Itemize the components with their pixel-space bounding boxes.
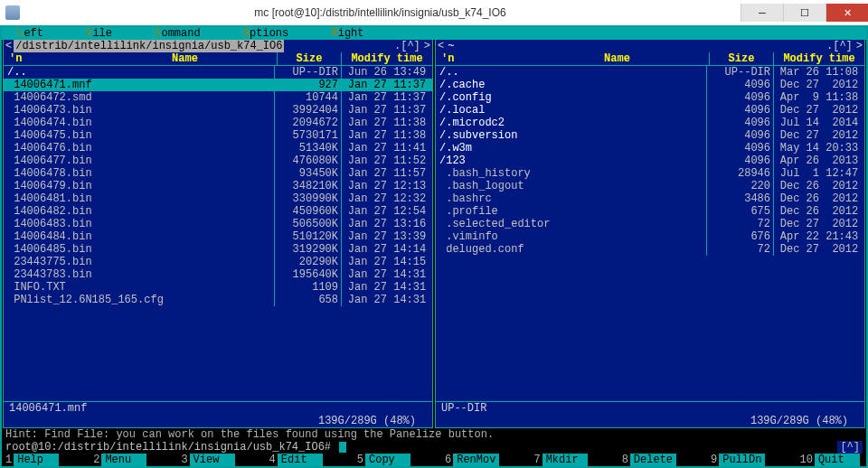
file-row[interactable]: 14006475.bin5730171Jan 27 11:38 [4,129,432,142]
file-size: 4096 [707,79,774,91]
file-size: 195640K [275,268,342,281]
left-sort-indicator[interactable]: .[^] [394,40,422,52]
right-panel[interactable]: < ~ .[^] > 'n Name Size Modify time /..U… [435,40,865,428]
file-row[interactable]: 14006484.bin510120KJan 27 13:39 [4,230,432,243]
menu-file[interactable]: File [74,27,118,40]
menu-left[interactable]: Left [5,27,49,40]
right-arrow-icon[interactable]: > [422,40,432,52]
fkey-2[interactable]: 2Menu [90,454,177,466]
file-row[interactable]: .viminfo676Apr 22 21:43 [436,230,864,243]
fkey-4[interactable]: 4Edit [266,454,354,466]
file-row[interactable]: 14006473.bin3992404Jan 27 11:37 [4,104,432,117]
function-keys-bar[interactable]: 1Help2Menu3View4Edit5Copy6RenMov7Mkdir8D… [2,454,866,466]
file-name: /.subversion [436,129,707,142]
file-name: 14006478.bin [4,167,275,180]
fkey-label: View [190,454,235,466]
file-row[interactable]: PNlist_12.6N185_165.cfg658Jan 27 14:31 [4,294,432,306]
fkey-label: Mkdir [542,454,588,466]
file-row[interactable]: .profile675Dec 26 2012 [436,205,864,218]
file-name: 14006477.bin [4,154,275,167]
file-row[interactable]: /.w3m4096May 14 20:33 [436,142,864,154]
prompt-up-indicator[interactable]: [^] [837,441,863,454]
file-row[interactable]: 23443775.bin20290KJan 27 14:15 [4,256,432,268]
file-mtime: Dec 27 2012 [774,104,864,117]
file-row[interactable]: 14006479.bin348210KJan 27 12:13 [4,180,432,192]
panels: < /distrib/intellilink/insignia/usb_k74_… [2,40,866,428]
file-row[interactable]: /.subversion4096Dec 27 2012 [436,129,864,142]
close-button[interactable]: ✕ [826,4,868,22]
right-arrow-icon[interactable]: > [854,40,864,52]
fkey-10[interactable]: 10Quit [796,454,859,466]
file-row[interactable]: 14006474.bin2094672Jan 27 11:38 [4,117,432,129]
file-name: /.. [436,66,707,79]
right-file-list[interactable]: /..UP--DIRMar 26 11:08/.cache4096Dec 27 … [436,66,864,401]
file-row[interactable]: /.config4096Apr 9 11:38 [436,91,864,104]
left-panel[interactable]: < /distrib/intellilink/insignia/usb_k74_… [3,40,433,428]
minimize-button[interactable]: ─ [741,4,783,22]
file-mtime: Jan 27 13:16 [342,218,432,230]
right-sort-indicator[interactable]: .[^] [826,40,854,52]
titlebar[interactable]: mc [root@10]:/distrib/intellilink/insign… [0,0,868,26]
fkey-num: 5 [354,454,365,466]
file-mtime: Jan 27 11:38 [342,129,432,142]
file-row[interactable]: 23443783.bin195640KJan 27 14:31 [4,268,432,281]
file-mtime: Jul 14 2014 [774,117,864,129]
menu-options[interactable]: Options [231,27,295,40]
fkey-8[interactable]: 8Delete [618,454,707,466]
file-row[interactable]: /..UP--DIRMar 26 11:08 [436,66,864,79]
mc-menubar[interactable]: Left File Command Options Right [2,27,866,40]
file-row[interactable]: /.cache4096Dec 27 2012 [436,79,864,91]
file-name: 14006479.bin [4,180,275,192]
app-window: mc [root@10]:/distrib/intellilink/insign… [0,0,868,468]
menu-right[interactable]: Right [319,27,369,40]
fkey-5[interactable]: 5Copy [354,454,441,466]
file-row[interactable]: /..UP--DIRJun 26 13:49 [4,66,432,79]
file-size: 4096 [707,129,774,142]
file-mtime: Dec 27 2012 [774,79,864,91]
file-row[interactable]: 14006482.bin450960KJan 27 12:54 [4,205,432,218]
file-name: .profile [436,205,707,218]
file-row[interactable]: 14006483.bin506500KJan 27 13:16 [4,218,432,230]
fkey-9[interactable]: 9PullDn [707,454,796,466]
fkey-7[interactable]: 7Mkdir [530,454,618,466]
file-mtime: Jan 27 13:39 [342,230,432,243]
left-path[interactable]: /distrib/intellilink/insignia/usb_k74_IO… [14,40,284,52]
fkey-6[interactable]: 6RenMov [441,454,530,466]
file-row[interactable]: /.microdc24096Jul 14 2014 [436,117,864,129]
fkey-3[interactable]: 3View [177,454,265,466]
file-size: 506500K [275,218,342,230]
file-row[interactable]: /.local4096Dec 27 2012 [436,104,864,117]
file-row[interactable]: .bash_logout220Dec 26 2012 [436,180,864,192]
file-name: .selected_editor [436,218,707,230]
file-row[interactable]: INFO.TXT1109Jan 27 14:31 [4,281,432,294]
file-size: 20290K [275,256,342,268]
file-row[interactable]: 14006476.bin51340KJan 27 11:41 [4,142,432,154]
file-row[interactable]: deluged.conf72Dec 27 2012 [436,243,864,256]
file-row[interactable]: /1234096Apr 26 2013 [436,154,864,167]
right-columns-header[interactable]: 'n Name Size Modify time [436,52,864,66]
file-row[interactable]: 14006472.smd10744Jan 27 11:37 [4,91,432,104]
left-file-list[interactable]: /..UP--DIRJun 26 13:49 14006471.mnf927Ja… [4,66,432,401]
menu-command[interactable]: Command [143,27,206,40]
command-prompt[interactable]: root@10:/distrib/intellilink/insignia/us… [2,441,866,454]
file-row[interactable]: 14006485.bin319290KJan 27 14:14 [4,243,432,256]
file-row[interactable]: .selected_editor72Dec 27 2012 [436,218,864,230]
file-size: 72 [707,243,774,256]
fkey-1[interactable]: 1Help [2,454,90,466]
file-row[interactable]: 14006471.mnf927Jan 27 11:37 [4,79,432,91]
fkey-label: Quit [815,454,860,466]
file-row[interactable]: 14006481.bin330990KJan 27 12:32 [4,192,432,205]
file-mtime: Jan 27 11:37 [342,91,432,104]
left-arrow-icon[interactable]: < [436,40,446,52]
file-row[interactable]: .bash_history28946Jul 1 12:47 [436,167,864,180]
file-name: /.local [436,104,707,117]
file-mtime: Apr 26 2013 [774,154,864,167]
left-arrow-icon[interactable]: < [4,40,14,52]
file-row[interactable]: 14006477.bin476080KJan 27 11:52 [4,154,432,167]
file-row[interactable]: 14006478.bin93450KJan 27 11:57 [4,167,432,180]
left-columns-header[interactable]: 'n Name Size Modify time [4,52,432,66]
file-row[interactable]: .bashrc3486Dec 26 2012 [436,192,864,205]
file-mtime: Jan 27 11:37 [342,104,432,117]
maximize-button[interactable]: ☐ [783,4,826,22]
right-path[interactable]: ~ [446,40,456,52]
